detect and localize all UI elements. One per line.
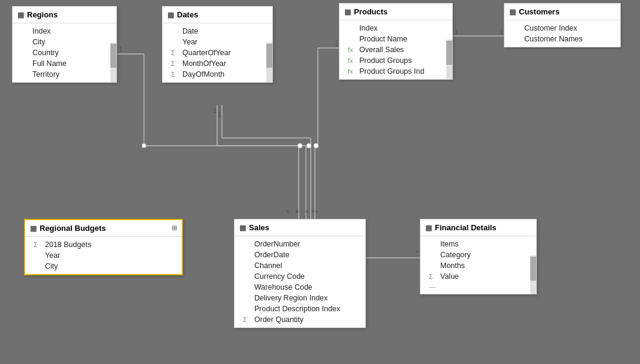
products-body: Index Product Name fx Overall Sales fx P… bbox=[339, 20, 452, 79]
scrollbar[interactable] bbox=[110, 43, 116, 82]
sales-header[interactable]: ▦ Sales bbox=[235, 219, 365, 236]
customers-body: Customer Index Customer Names bbox=[504, 20, 620, 47]
field-orderdate: OrderDate bbox=[235, 249, 365, 260]
products-title: Products bbox=[354, 7, 387, 16]
field-dayofmonth: Σ DayOfMonth bbox=[163, 69, 272, 80]
expand-icon[interactable]: ⊞ bbox=[172, 224, 177, 232]
regions-body: Index City Country Full Name Territory bbox=[13, 23, 116, 82]
field-monthofyear: Σ MonthOfYear bbox=[163, 58, 272, 69]
regional-budgets-table: ▦ Regional Budgets ⊞ Σ 2018 Budgets Year… bbox=[24, 219, 183, 275]
table-icon: ▦ bbox=[17, 11, 24, 19]
field-productgroupsind: fx Product Groups Ind bbox=[339, 66, 452, 77]
customers-header[interactable]: ▦ Customers bbox=[504, 4, 620, 20]
products-table: ▦ Products Index Product Name fx Overall… bbox=[339, 3, 453, 80]
dates-title: Dates bbox=[177, 10, 198, 19]
field-productdescindex: Product Description Index bbox=[235, 303, 365, 314]
field-orderquantity: Σ Order Quantity bbox=[235, 314, 365, 325]
field-value: Σ Value bbox=[420, 271, 536, 282]
field-channel: Channel bbox=[235, 260, 365, 271]
financial-details-title: Financial Details bbox=[435, 223, 497, 232]
field-items: Items bbox=[420, 239, 536, 249]
products-header[interactable]: ▦ Products bbox=[339, 4, 452, 20]
field-overallsales: fx Overall Sales bbox=[339, 44, 452, 55]
field-fullname: Full Name bbox=[13, 58, 116, 69]
sales-body: OrderNumber OrderDate Channel Currency C… bbox=[235, 236, 365, 327]
sales-title: Sales bbox=[249, 223, 269, 232]
field-more: — bbox=[420, 282, 536, 291]
svg-point-27 bbox=[307, 143, 311, 148]
customers-title: Customers bbox=[519, 7, 560, 16]
field-deliveryregionindex: Delivery Region Index bbox=[235, 293, 365, 303]
field-date: Date bbox=[163, 26, 272, 37]
field-year: Year bbox=[25, 250, 182, 261]
svg-text:*: * bbox=[315, 208, 319, 218]
scrollbar[interactable] bbox=[446, 40, 452, 79]
sales-table: ▦ Sales OrderNumber OrderDate Channel Cu… bbox=[234, 219, 366, 328]
svg-text:1: 1 bbox=[455, 28, 458, 35]
financial-details-header[interactable]: ▦ Financial Details bbox=[420, 219, 536, 236]
field-year: Year bbox=[163, 37, 272, 47]
financial-details-body: Items Category Months Σ Value — bbox=[420, 236, 536, 294]
field-category: Category bbox=[420, 249, 536, 260]
svg-text:1: 1 bbox=[213, 107, 217, 114]
svg-text:1: 1 bbox=[335, 40, 338, 47]
regions-table: ▦ Regions Index City Country Full Name T… bbox=[12, 6, 117, 83]
field-months: Months bbox=[420, 260, 536, 271]
scrollbar[interactable] bbox=[266, 43, 272, 82]
field-city: City bbox=[25, 261, 182, 272]
svg-text:*: * bbox=[296, 208, 299, 218]
svg-rect-25 bbox=[142, 144, 146, 148]
field-territory: Territory bbox=[13, 69, 116, 80]
field-quarterofyear: Σ QuarterOfYear bbox=[163, 47, 272, 58]
field-country: Country bbox=[13, 47, 116, 58]
dates-header[interactable]: ▦ Dates bbox=[163, 7, 272, 23]
customers-table: ▦ Customers Customer Index Customer Name… bbox=[504, 3, 621, 47]
table-icon: ▦ bbox=[30, 224, 37, 233]
svg-text:1: 1 bbox=[500, 28, 503, 35]
field-customerindex: Customer Index bbox=[504, 23, 620, 34]
regional-budgets-title: Regional Budgets bbox=[40, 224, 106, 233]
field-index: Index bbox=[339, 23, 452, 34]
dates-body: Date Year Σ QuarterOfYear Σ MonthOfYear … bbox=[163, 23, 272, 82]
table-icon: ▦ bbox=[239, 224, 246, 232]
field-2018budgets: Σ 2018 Budgets bbox=[25, 239, 182, 250]
svg-text:1: 1 bbox=[218, 111, 221, 118]
field-warehousecode: Warehouse Code bbox=[235, 282, 365, 293]
table-icon: ▦ bbox=[425, 224, 432, 232]
field-currencycode: Currency Code bbox=[235, 271, 365, 282]
svg-text:1: 1 bbox=[119, 46, 122, 53]
dates-table: ▦ Dates Date Year Σ QuarterOfYear Σ Mont… bbox=[162, 6, 273, 83]
table-icon: ▦ bbox=[344, 8, 351, 16]
field-customernames: Customer Names bbox=[504, 34, 620, 44]
svg-point-28 bbox=[314, 143, 319, 148]
field-index: Index bbox=[13, 26, 116, 37]
svg-text:*: * bbox=[286, 208, 290, 218]
financial-details-table: ▦ Financial Details Items Category Month… bbox=[420, 219, 537, 294]
scrollbar[interactable] bbox=[530, 255, 536, 294]
svg-text:*: * bbox=[416, 248, 419, 258]
field-productname: Product Name bbox=[339, 34, 452, 44]
regions-header[interactable]: ▦ Regions bbox=[13, 7, 116, 23]
svg-point-26 bbox=[298, 143, 302, 148]
regional-budgets-header[interactable]: ▦ Regional Budgets ⊞ bbox=[25, 220, 182, 237]
field-ordernumber: OrderNumber bbox=[235, 239, 365, 249]
svg-text:*: * bbox=[311, 208, 315, 218]
regions-title: Regions bbox=[27, 10, 58, 19]
regional-budgets-body: Σ 2018 Budgets Year City bbox=[25, 237, 182, 274]
table-icon: ▦ bbox=[167, 11, 174, 19]
svg-text:*: * bbox=[295, 208, 299, 218]
table-icon: ▦ bbox=[509, 8, 516, 16]
field-productgroups: fx Product Groups bbox=[339, 55, 452, 66]
svg-text:*: * bbox=[305, 208, 309, 218]
field-city: City bbox=[13, 37, 116, 47]
